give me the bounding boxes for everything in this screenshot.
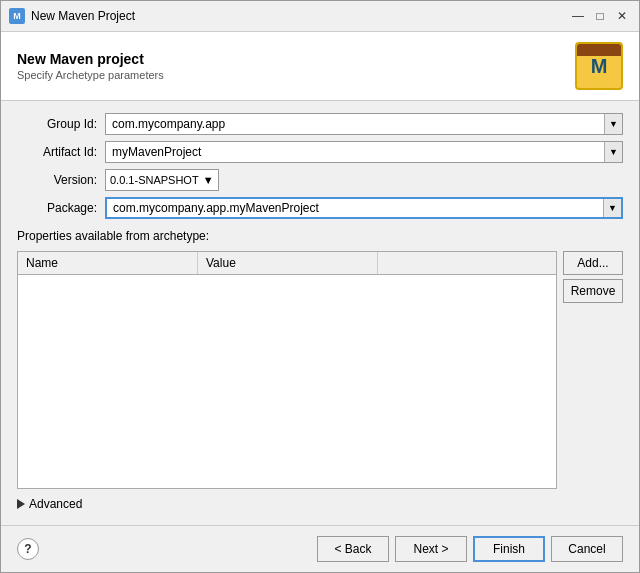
main-window: M New Maven Project — □ ✕ New Maven proj… <box>0 0 640 573</box>
artifact-id-input[interactable] <box>106 142 604 162</box>
package-row: Package: ▼ <box>17 197 623 219</box>
footer: ? < Back Next > Finish Cancel <box>1 525 639 572</box>
version-label: Version: <box>17 173 97 187</box>
artifact-id-label: Artifact Id: <box>17 145 97 159</box>
cancel-button[interactable]: Cancel <box>551 536 623 562</box>
back-button[interactable]: < Back <box>317 536 389 562</box>
group-id-label: Group Id: <box>17 117 97 131</box>
next-button[interactable]: Next > <box>395 536 467 562</box>
package-dropdown-arrow[interactable]: ▼ <box>603 199 621 217</box>
artifact-id-field[interactable]: ▼ <box>105 141 623 163</box>
group-id-row: Group Id: ▼ <box>17 113 623 135</box>
column-value: Value <box>198 252 378 274</box>
add-button[interactable]: Add... <box>563 251 623 275</box>
finish-button[interactable]: Finish <box>473 536 545 562</box>
title-bar-controls: — □ ✕ <box>569 7 631 25</box>
window-icon: M <box>9 8 25 24</box>
package-input[interactable] <box>107 199 603 217</box>
column-extra <box>378 252 556 274</box>
properties-table-area: Name Value Add... Remove <box>17 251 623 489</box>
table-header: Name Value <box>18 252 556 275</box>
maven-logo: M <box>575 42 623 90</box>
help-button[interactable]: ? <box>17 538 39 560</box>
advanced-row[interactable]: Advanced <box>17 495 623 513</box>
table-action-buttons: Add... Remove <box>563 251 623 489</box>
package-field[interactable]: ▼ <box>105 197 623 219</box>
minimize-button[interactable]: — <box>569 7 587 25</box>
artifact-id-dropdown-arrow[interactable]: ▼ <box>604 142 622 162</box>
version-row: Version: 0.0.1-SNAPSHOT ▼ <box>17 169 623 191</box>
title-bar: M New Maven Project — □ ✕ <box>1 1 639 32</box>
close-button[interactable]: ✕ <box>613 7 631 25</box>
footer-left: ? <box>17 538 39 560</box>
dialog-subtitle: Specify Archetype parameters <box>17 69 164 81</box>
version-dropdown-arrow[interactable]: ▼ <box>203 174 214 186</box>
group-id-input[interactable] <box>106 114 604 134</box>
maven-icon-letter: M <box>591 55 608 78</box>
footer-right: < Back Next > Finish Cancel <box>317 536 623 562</box>
remove-button[interactable]: Remove <box>563 279 623 303</box>
version-select[interactable]: 0.0.1-SNAPSHOT ▼ <box>105 169 219 191</box>
properties-label: Properties available from archetype: <box>17 229 623 243</box>
window-title: New Maven Project <box>31 9 563 23</box>
group-id-dropdown-arrow[interactable]: ▼ <box>604 114 622 134</box>
advanced-triangle-icon <box>17 499 25 509</box>
form-content: Group Id: ▼ Artifact Id: ▼ Version: 0.0.… <box>1 101 639 525</box>
properties-table: Name Value <box>17 251 557 489</box>
dialog-title: New Maven project <box>17 51 164 67</box>
header-text: New Maven project Specify Archetype para… <box>17 51 164 81</box>
group-id-field[interactable]: ▼ <box>105 113 623 135</box>
column-name: Name <box>18 252 198 274</box>
table-body <box>18 275 556 488</box>
package-label: Package: <box>17 201 97 215</box>
maximize-button[interactable]: □ <box>591 7 609 25</box>
artifact-id-row: Artifact Id: ▼ <box>17 141 623 163</box>
advanced-label: Advanced <box>29 497 82 511</box>
header-area: New Maven project Specify Archetype para… <box>1 32 639 101</box>
version-value: 0.0.1-SNAPSHOT <box>110 174 199 186</box>
